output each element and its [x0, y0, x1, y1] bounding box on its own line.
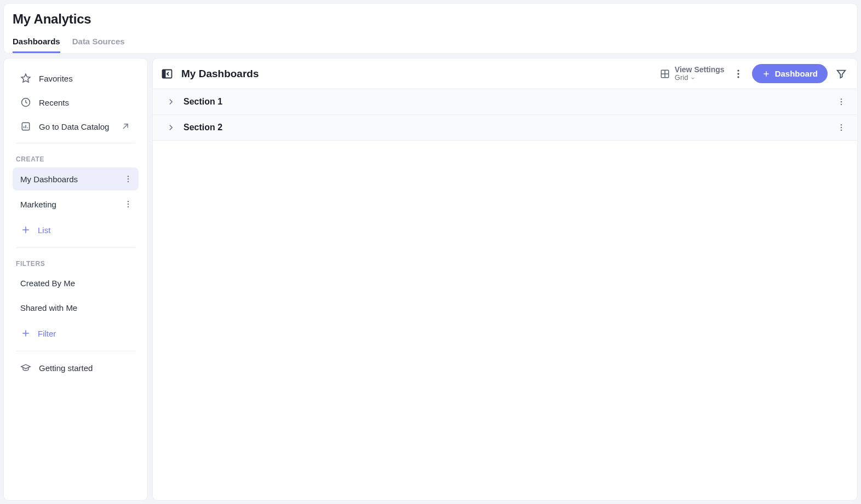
- app-root: My Analytics Dashboards Data Sources Fav…: [3, 3, 858, 501]
- plus-icon: [20, 224, 31, 235]
- svg-point-12: [737, 69, 739, 71]
- chevron-right-icon[interactable]: [166, 97, 176, 107]
- app-header: My Analytics Dashboards Data Sources: [3, 3, 858, 54]
- sidebar-add-list[interactable]: List: [13, 218, 139, 242]
- app-body: Favorites Recents Go to Data Catalog: [3, 58, 858, 501]
- divider: [16, 247, 135, 248]
- sidebar-add-filter[interactable]: Filter: [13, 321, 139, 345]
- sidebar-filters-header: FILTERS: [7, 252, 144, 271]
- sidebar-item-label: Recents: [39, 98, 69, 107]
- main-panel: My Dashboards View Settings Grid: [152, 58, 858, 501]
- svg-point-15: [841, 99, 842, 100]
- svg-point-16: [841, 101, 842, 102]
- svg-rect-10: [163, 69, 166, 78]
- header-more-button[interactable]: [732, 68, 744, 80]
- svg-point-14: [737, 76, 739, 78]
- sidebar-item-recents[interactable]: Recents: [13, 90, 139, 114]
- section-title: Section 1: [183, 97, 829, 107]
- plus-icon: [20, 328, 31, 339]
- view-settings-label: View Settings: [675, 65, 725, 74]
- sidebar-item-label: Favorites: [39, 74, 73, 83]
- clock-icon: [20, 97, 31, 108]
- chevron-down-icon: [690, 76, 696, 81]
- view-settings[interactable]: View Settings Grid: [659, 65, 725, 82]
- more-icon[interactable]: [123, 174, 133, 184]
- divider: [16, 143, 135, 143]
- chevron-right-icon[interactable]: [166, 123, 176, 132]
- sidebar-nav-section: Favorites Recents Go to Data Catalog: [7, 66, 144, 138]
- sidebar-item-label: Created By Me: [20, 279, 75, 288]
- svg-point-17: [841, 104, 842, 105]
- sidebar-item-data-catalog[interactable]: Go to Data Catalog: [13, 114, 139, 138]
- header-tabs: Dashboards Data Sources: [13, 37, 848, 53]
- add-dashboard-label: Dashboard: [775, 69, 818, 78]
- section-title: Section 2: [183, 123, 829, 132]
- sidebar-item-shared-with-me[interactable]: Shared with Me: [13, 297, 139, 319]
- svg-point-7: [128, 204, 129, 205]
- collapse-sidebar-icon[interactable]: [160, 67, 174, 80]
- sidebar-item-marketing[interactable]: Marketing: [13, 193, 139, 216]
- section-row[interactable]: Section 1: [153, 89, 857, 115]
- add-dashboard-button[interactable]: Dashboard: [752, 64, 828, 83]
- svg-marker-0: [21, 74, 30, 82]
- svg-point-8: [128, 206, 129, 207]
- sidebar-item-label: Shared with Me: [20, 303, 77, 312]
- svg-point-18: [841, 124, 842, 125]
- section-more-button[interactable]: [836, 123, 846, 132]
- sidebar-item-created-by-me[interactable]: Created By Me: [13, 272, 139, 294]
- section-row[interactable]: Section 2: [153, 115, 857, 141]
- svg-point-6: [128, 201, 129, 202]
- sidebar: Favorites Recents Go to Data Catalog: [3, 58, 148, 501]
- sidebar-item-label: My Dashboards: [20, 175, 78, 184]
- divider: [16, 351, 135, 351]
- plus-icon: [762, 69, 771, 78]
- sidebar-getting-started-section: Getting started: [7, 356, 144, 380]
- svg-point-13: [737, 73, 739, 74]
- filter-button[interactable]: [835, 68, 847, 80]
- sidebar-item-label: Marketing: [20, 200, 56, 209]
- external-link-icon: [120, 121, 131, 132]
- star-icon: [20, 73, 31, 84]
- svg-point-4: [128, 178, 129, 179]
- view-settings-value-text: Grid: [675, 74, 688, 82]
- sidebar-item-favorites[interactable]: Favorites: [13, 66, 139, 90]
- view-settings-value: Grid: [675, 74, 725, 82]
- sidebar-item-getting-started[interactable]: Getting started: [13, 356, 139, 380]
- sidebar-add-label: List: [38, 225, 50, 235]
- tab-dashboards[interactable]: Dashboards: [13, 37, 60, 53]
- svg-point-3: [128, 176, 129, 177]
- section-more-button[interactable]: [836, 97, 846, 107]
- graduation-cap-icon: [20, 362, 31, 373]
- main-title: My Dashboards: [181, 68, 259, 80]
- sidebar-add-label: Filter: [38, 329, 56, 338]
- sidebar-item-my-dashboards[interactable]: My Dashboards: [13, 167, 139, 190]
- app-title: My Analytics: [13, 11, 848, 27]
- sidebar-item-label: Go to Data Catalog: [39, 122, 112, 131]
- sidebar-item-label: Getting started: [39, 363, 93, 373]
- tab-data-sources[interactable]: Data Sources: [72, 37, 125, 53]
- svg-point-5: [128, 181, 129, 182]
- svg-point-20: [841, 130, 842, 131]
- main-header: My Dashboards View Settings Grid: [153, 59, 857, 89]
- grid-icon: [659, 68, 670, 79]
- svg-point-19: [841, 127, 842, 128]
- catalog-icon: [20, 121, 31, 132]
- more-icon[interactable]: [123, 199, 133, 209]
- view-settings-text: View Settings Grid: [675, 65, 725, 82]
- sidebar-create-header: CREATE: [7, 148, 144, 166]
